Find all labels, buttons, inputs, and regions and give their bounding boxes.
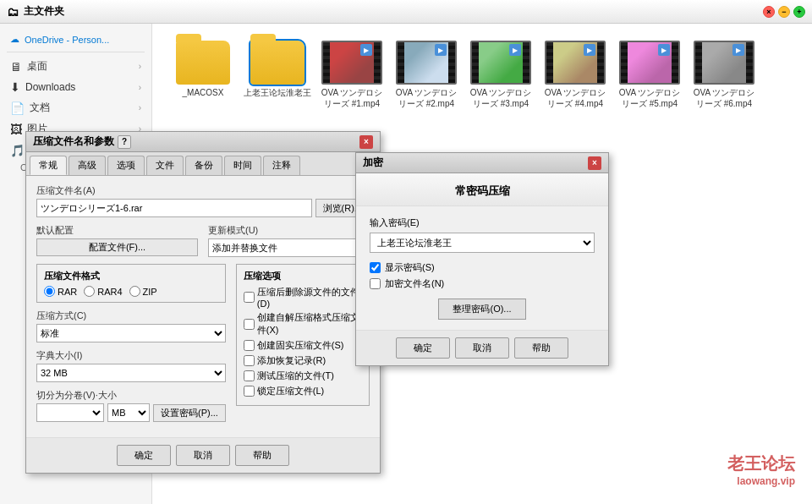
folder-macosx[interactable]: _MACOSX	[169, 41, 237, 109]
desktop: 🗂 主文件夹 × − + ☁ OneDrive - Person... 🖥 桌面…	[0, 0, 812, 504]
tab-general[interactable]: 常规	[30, 156, 67, 175]
watermark-line1: 老王论坛	[727, 452, 795, 475]
split-select[interactable]	[36, 403, 104, 422]
rar-ok-button[interactable]: 确定	[117, 445, 171, 466]
rar-help-button[interactable]: ?	[118, 135, 131, 149]
rar-dialog-titlebar: 压缩文件名和参数 ? ×	[26, 132, 380, 152]
video-thumb-5: ▶	[619, 41, 680, 85]
sidebar-item-documents[interactable]: 📄 文档 ›	[0, 97, 151, 118]
set-password-button[interactable]: 设置密码(P)...	[153, 404, 226, 422]
pwd-input-select[interactable]: 上老王论坛淮老王	[370, 233, 595, 253]
sidebar-item-downloads[interactable]: ⬇ Downloads ›	[0, 77, 151, 97]
check-lock[interactable]: 锁定压缩文件(L)	[244, 385, 362, 397]
pwd-close-button[interactable]: ×	[588, 156, 601, 170]
radio-rar4[interactable]: RAR4	[84, 286, 122, 297]
update-mode-col: 更新模式(U) 添加并替换文件	[208, 224, 370, 257]
pwd-header: 常密码压缩	[356, 173, 608, 206]
check-solid[interactable]: 创建固实压缩文件(S)	[244, 339, 362, 352]
radio-zip-input[interactable]	[129, 286, 140, 297]
compression-title: 压缩选项	[244, 270, 362, 282]
check-delete-source-input[interactable]	[244, 292, 255, 303]
dict-select[interactable]: 32 MB	[36, 364, 226, 382]
rar-tabs: 常规 高级 选项 文件 备份 时间 注释	[26, 152, 380, 176]
tab-comment[interactable]: 注释	[263, 156, 300, 175]
rar-dialog: 压缩文件名和参数 ? × 常规 高级 选项 文件 备份 时间 注释 压缩文件名(…	[25, 131, 381, 474]
video-item-3[interactable]: ▶ OVA ツンデロシリーズ #3.mp4	[467, 41, 535, 109]
show-pwd-check[interactable]: 显示密码(S)	[370, 261, 595, 274]
film-strip-right-5	[672, 42, 678, 83]
radio-rar[interactable]: RAR	[44, 286, 77, 297]
rar-cancel-button[interactable]: 取消	[176, 445, 230, 466]
radio-rar-input[interactable]	[44, 286, 55, 297]
pwd-header-text: 常密码压缩	[455, 184, 510, 197]
filename-input[interactable]	[36, 199, 312, 217]
folder-label-laowang: 上老王论坛淮老王	[244, 87, 311, 98]
tab-advanced[interactable]: 高级	[69, 156, 106, 175]
film-strip-left-4	[546, 42, 553, 83]
pwd-help-button[interactable]: 帮助	[514, 337, 568, 359]
format-compression-row: 压缩文件格式 RAR RAR4 ZIP	[36, 264, 370, 429]
pwd-cancel-button[interactable]: 取消	[455, 337, 509, 359]
video-icon-6: ▶	[732, 44, 744, 56]
sidebar-item-onedrive[interactable]: ☁ OneDrive - Person...	[0, 30, 151, 48]
manage-pwd-button[interactable]: 整理密码(O)...	[438, 299, 525, 320]
format-title: 压缩文件格式	[44, 270, 218, 282]
video-icon-5: ▶	[658, 44, 670, 56]
video-icon-4: ▶	[584, 44, 595, 56]
check-recovery[interactable]: 添加恢复记录(R)	[244, 354, 362, 367]
check-test[interactable]: 测试压缩的文件(T)	[244, 370, 362, 382]
film-strip-left-3	[472, 42, 479, 83]
encrypt-names-label: 加密文件名(N)	[385, 277, 444, 290]
show-pwd-input[interactable]	[370, 262, 381, 273]
rar-help-button-footer[interactable]: 帮助	[235, 445, 289, 466]
radio-zip[interactable]: ZIP	[129, 286, 157, 297]
method-label: 压缩方式(C)	[36, 310, 226, 322]
config-button[interactable]: 配置文件(F)...	[36, 238, 198, 256]
video-label-6: OVA ツンデロシリーズ #6.mp4	[690, 87, 758, 109]
split-unit[interactable]: MB	[107, 403, 150, 422]
pwd-ok-button[interactable]: 确定	[396, 337, 450, 359]
password-dialog: 加密 × 常密码压缩 输入密码(E) 上老王论坛淮老王 显示密码(S) 加密文件…	[355, 152, 609, 366]
filename-input-group: 浏览(R)...	[36, 199, 370, 217]
radio-rar4-input[interactable]	[84, 286, 95, 297]
config-label: 默认配置	[36, 224, 198, 237]
folder-laowang[interactable]: 上老王论坛淮老王	[244, 41, 311, 109]
sidebar-item-desktop[interactable]: 🖥 桌面 ›	[0, 56, 151, 77]
encrypt-names-input[interactable]	[370, 278, 381, 289]
close-button[interactable]: ×	[763, 6, 775, 18]
update-mode-select[interactable]: 添加并替换文件	[208, 238, 370, 257]
method-row: 压缩方式(C) 标准	[36, 310, 226, 342]
video-thumb-2: ▶	[396, 41, 457, 85]
arrow-icon-3: ›	[139, 103, 141, 112]
pwd-titlebar: 加密 ×	[356, 153, 608, 173]
check-sfx-input[interactable]	[244, 319, 255, 330]
check-recovery-input[interactable]	[244, 355, 255, 366]
tab-options[interactable]: 选项	[107, 156, 145, 175]
tab-time[interactable]: 时间	[224, 156, 261, 175]
video-item-5[interactable]: ▶ OVA ツンデロシリーズ #5.mp4	[616, 41, 683, 109]
tab-files[interactable]: 文件	[146, 156, 184, 175]
minimize-button[interactable]: −	[778, 6, 790, 18]
check-delete-source[interactable]: 压缩后删除源文件的文件(D)	[244, 286, 362, 309]
filename-label: 压缩文件名(A)	[36, 184, 370, 197]
video-item-4[interactable]: ▶ OVA ツンデロシリーズ #4.mp4	[541, 41, 609, 109]
folder-icon-laowang	[250, 41, 304, 85]
method-select[interactable]: 标准	[36, 324, 226, 342]
check-test-input[interactable]	[244, 370, 255, 381]
check-solid-input[interactable]	[244, 340, 255, 351]
maximize-button[interactable]: +	[793, 6, 805, 18]
onedrive-icon: ☁	[10, 34, 19, 45]
video-item-1[interactable]: ▶ OVA ツンデロシリーズ #1.mp4	[318, 41, 386, 109]
video-label-3: OVA ツンデロシリーズ #3.mp4	[467, 87, 535, 109]
film-strip-right-2	[448, 42, 455, 83]
video-item-6[interactable]: ▶ OVA ツンデロシリーズ #6.mp4	[690, 41, 758, 109]
check-sfx[interactable]: 创建自解压缩格式压缩文件(X)	[244, 311, 362, 337]
video-item-2[interactable]: ▶ OVA ツンデロシリーズ #2.mp4	[392, 41, 460, 109]
film-strip-left-5	[621, 42, 628, 83]
check-lock-input[interactable]	[244, 386, 255, 397]
sidebar-label-desktop: 桌面	[27, 59, 47, 74]
folder-icon-macosx	[176, 41, 230, 85]
rar-close-button[interactable]: ×	[359, 135, 373, 149]
tab-backup[interactable]: 备份	[185, 156, 222, 175]
encrypt-names-check[interactable]: 加密文件名(N)	[370, 277, 595, 290]
